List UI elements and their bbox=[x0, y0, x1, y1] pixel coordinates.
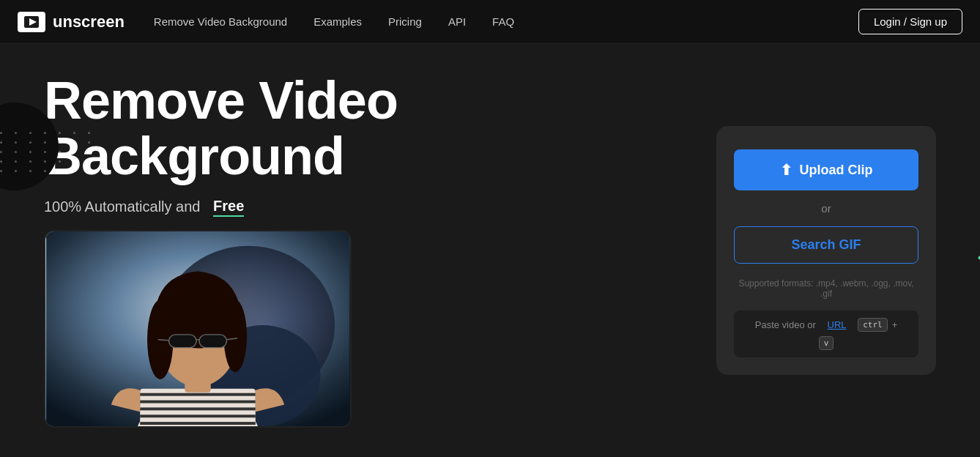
svg-rect-10 bbox=[140, 415, 256, 417]
nav-link-api[interactable]: API bbox=[448, 15, 466, 28]
hero-section: Remove Video Background 100% Automatical… bbox=[44, 73, 555, 427]
upload-panel: ⬆ Upload Clip or Search GIF Supported fo… bbox=[716, 126, 936, 375]
navbar: unscreen Remove Video Background Example… bbox=[0, 0, 980, 44]
logo-icon bbox=[18, 12, 45, 32]
paste-url-link[interactable]: URL bbox=[828, 319, 847, 330]
kbd-ctrl: ctrl bbox=[858, 318, 888, 332]
svg-rect-18 bbox=[199, 334, 226, 347]
hero-subtitle: 100% Automatically and Free bbox=[44, 198, 555, 217]
nav-link-pricing[interactable]: Pricing bbox=[388, 15, 422, 28]
dot-grid bbox=[0, 132, 95, 172]
hero-title: Remove Video Background bbox=[44, 73, 555, 184]
hero-subtitle-prefix: 100% Automatically and bbox=[44, 198, 200, 215]
svg-rect-11 bbox=[140, 422, 256, 425]
upload-icon: ⬆ bbox=[780, 161, 792, 179]
nav-link-examples[interactable]: Examples bbox=[313, 15, 362, 28]
nav-link-remove-video-bg[interactable]: Remove Video Background bbox=[154, 15, 287, 28]
upload-clip-label: Upload Clip bbox=[800, 163, 873, 178]
login-button[interactable]: Login / Sign up bbox=[858, 9, 962, 34]
supported-formats-text: Supported formats: .mp4, .webm, .ogg, .m… bbox=[734, 278, 918, 299]
svg-rect-9 bbox=[140, 407, 256, 410]
svg-rect-7 bbox=[140, 393, 256, 395]
upload-clip-button[interactable]: ⬆ Upload Clip bbox=[734, 149, 918, 190]
arrow-svg bbox=[965, 250, 980, 331]
kbd-v: v bbox=[819, 336, 834, 350]
svg-rect-8 bbox=[140, 400, 256, 403]
hero-title-line1: Remove Video bbox=[44, 71, 398, 130]
main-content: Remove Video Background 100% Automatical… bbox=[0, 44, 980, 457]
arrow-decoration bbox=[965, 250, 980, 338]
paste-area: Paste video or URL ctrl + v bbox=[734, 311, 918, 357]
svg-line-20 bbox=[158, 339, 169, 340]
plus-sign: + bbox=[892, 319, 898, 330]
svg-point-16 bbox=[223, 300, 247, 372]
svg-rect-17 bbox=[169, 334, 196, 347]
logo-text: unscreen bbox=[53, 12, 125, 31]
video-preview-inner bbox=[45, 231, 350, 426]
nav-links: Remove Video Background Examples Pricing… bbox=[154, 15, 858, 28]
search-gif-button[interactable]: Search GIF bbox=[734, 226, 918, 264]
paste-text: Paste video or bbox=[755, 319, 816, 330]
nav-link-faq[interactable]: FAQ bbox=[492, 15, 514, 28]
video-preview bbox=[44, 230, 352, 428]
or-divider: or bbox=[821, 202, 831, 215]
person-svg bbox=[45, 231, 350, 426]
logo[interactable]: unscreen bbox=[18, 12, 125, 32]
hero-subtitle-free: Free bbox=[213, 198, 244, 217]
